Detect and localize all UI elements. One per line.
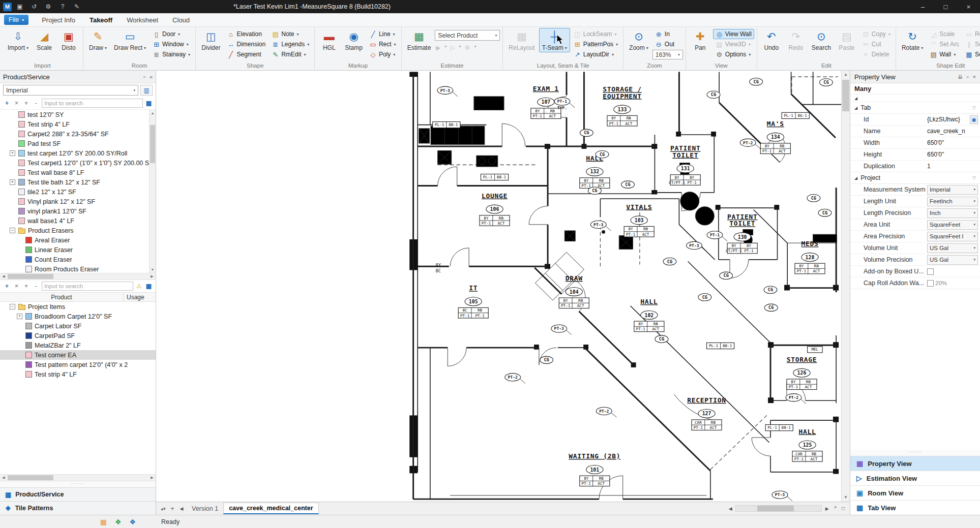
finish-tag[interactable]: PL-188-1	[481, 174, 508, 180]
remove-item-button[interactable]: ×	[13, 283, 20, 290]
ribbon-zoom-in-button[interactable]: ⊕In	[652, 29, 683, 39]
edit-pencil-icon[interactable]: ✎	[73, 3, 81, 10]
ribbon-cut-button[interactable]: ✂Cut	[859, 39, 893, 49]
finish-tag[interactable]: MEL	[808, 347, 823, 353]
float-panel-icon[interactable]: ▫	[143, 74, 145, 80]
ribbon-pan-button[interactable]: ✚Pan	[689, 28, 712, 52]
scroll-up-icon[interactable]: ▲	[150, 110, 156, 116]
ribbon-t-seam-button[interactable]: ┼T-Seam▾	[539, 28, 570, 52]
close-button[interactable]: ×	[957, 0, 980, 13]
ribbon-seam-button[interactable]: ∥Seam	[963, 39, 980, 49]
list-item-test-strip-4-lf[interactable]: Test strip 4" LF	[0, 369, 156, 379]
ribbon-patternpos-button[interactable]: ⊞PatternPos▾	[571, 39, 620, 49]
column-usage[interactable]: Usage	[123, 294, 156, 301]
ribbon-undo-button[interactable]: ↶Undo	[760, 28, 783, 52]
prop-group-project[interactable]: ◢Project▽	[850, 172, 980, 184]
tile-patterns-bar[interactable]: ❖ Tile Patterns	[0, 501, 156, 515]
tab-project-info[interactable]: Project Info	[35, 14, 82, 26]
ribbon-select-all-button[interactable]: ▦Select All	[963, 49, 980, 59]
expander-icon[interactable]: +	[17, 314, 22, 319]
ribbon-note-button[interactable]: ▤Note▾	[269, 29, 312, 39]
cg-marker[interactable]: CG	[596, 150, 609, 158]
list-item-broadloom-carpet-12-0-sf[interactable]: +Broadloom Carpet 12'0" SF	[0, 312, 156, 321]
ribbon-divider-button[interactable]: ◫Divider	[198, 28, 223, 52]
list-item-test-pattern-carpet-12-0-4-0-x-2[interactable]: Test pattern carpet 12'0" (4'0" x 2	[0, 360, 156, 369]
ribbon-view3d-button[interactable]: ▧View3D▾	[713, 39, 754, 49]
pt-marker-pt-3[interactable]: PT-3	[687, 241, 707, 252]
ribbon-legends-button[interactable]: ≣Legends▾	[269, 39, 312, 49]
remove-product-button[interactable]: ×	[13, 100, 20, 107]
ribbon-delete-button[interactable]: ×Delete	[859, 49, 893, 59]
pt-marker-pt-3[interactable]: PT-3	[551, 325, 572, 335]
undo-history-icon[interactable]: ↺	[30, 3, 38, 10]
drawing-canvas-area[interactable]: EXAM 11078YRBPT-1ACTSTORAGE /EQUIPMENT13…	[156, 71, 850, 515]
prop-add-on-by-boxed-u-checkbox[interactable]	[927, 268, 934, 275]
room-label-meds[interactable]: MEDS1288YRBPT-1ACT	[795, 240, 825, 273]
list-item-vinyl-plank1-12-0-sf[interactable]: vinyl plank1 12'0" SF	[0, 206, 156, 216]
panel-splitter[interactable]: ·····	[850, 450, 980, 456]
ribbon-paste-button[interactable]: ▤Paste	[835, 28, 858, 52]
collapse-all-button[interactable]: -	[32, 283, 40, 290]
cg-marker[interactable]: CG	[655, 335, 668, 343]
minimize-button[interactable]: –	[911, 0, 934, 13]
scroll-down-icon[interactable]: ▼	[842, 493, 850, 502]
ribbon-options-button[interactable]: ⚙Options▾	[713, 49, 754, 59]
finish-tag[interactable]: PL-188-1	[765, 425, 793, 431]
cg-marker[interactable]: CG	[663, 258, 676, 265]
zoom-level-combo[interactable]: 163%▾	[652, 50, 683, 59]
list-item-tile2-12-x-12-sf[interactable]: tile2 12" x 12" SF	[0, 187, 156, 197]
style-set-dropdown[interactable]: Imperial ▾	[3, 85, 138, 96]
list-item-count-eraser[interactable]: Count Eraser	[0, 255, 156, 264]
finish-tag[interactable]: PL-186-1	[782, 112, 809, 118]
cg-marker[interactable]: CG	[580, 129, 593, 137]
cg-marker[interactable]: CG	[764, 286, 777, 294]
room-label-reception[interactable]: RECEPTION127CARRBPT-1ACT	[687, 396, 726, 430]
project-tree-hscrollbar[interactable]: ◀▶	[0, 474, 156, 481]
room-label-lounge[interactable]: LOUNGE1068YRBPT-1ACT	[480, 192, 510, 226]
room-label-patient-toilet[interactable]: PATIENTTOILET1318Y8YCT/PT-1PT-1	[669, 145, 700, 185]
tab-takeoff[interactable]: Takeoff	[82, 14, 120, 26]
list-item-project-items[interactable]: −Project Items	[0, 302, 156, 312]
ribbon-redo-button[interactable]: ↷Redo	[784, 28, 808, 52]
maximize-button[interactable]: □	[934, 0, 957, 13]
product-search-input[interactable]	[42, 99, 143, 108]
product-list-hscrollbar[interactable]: ◀▶	[0, 273, 156, 280]
prop-length-precision-dropdown[interactable]: Inch▾	[927, 208, 978, 218]
edit-id-button[interactable]: ▣	[970, 115, 978, 124]
room-label-hall[interactable]: HALL1028YRBPT-1ACT	[634, 298, 664, 331]
room-label-storage-equipment[interactable]: STORAGE /EQUIPMENT1338YRBPT-1ACT	[603, 85, 642, 126]
scroll-right-icon[interactable]: ▶	[823, 505, 831, 512]
ribbon-copy-button[interactable]: ⊡Copy▾	[859, 29, 893, 39]
expander-icon[interactable]: +	[10, 179, 15, 185]
filter-icon[interactable]: ▽	[972, 105, 976, 110]
ribbon-rect-button[interactable]: ▭Rect▾	[367, 39, 399, 49]
ribbon-door-button[interactable]: ▯Door▾	[150, 29, 193, 39]
panel-splitter[interactable]: ·····	[0, 481, 156, 487]
ribbon-window-button[interactable]: ⊞Window▾	[150, 39, 193, 49]
ribbon-search-button[interactable]: ⊙Search	[809, 28, 834, 52]
ribbon-draw-button[interactable]: ✎Draw▾	[86, 28, 110, 52]
sheet-nav-split-icon[interactable]: ▴▾	[159, 505, 167, 512]
ribbon-import-button[interactable]: ⇩Import▾	[5, 28, 32, 52]
collapse-strip-icon[interactable]: ^	[832, 506, 839, 511]
expander-icon[interactable]: −	[10, 304, 15, 309]
ribbon-segment-button[interactable]: ╱Segment	[224, 49, 268, 59]
pt-marker-pt-1[interactable]: PT-1TYP.	[554, 98, 575, 110]
cg-marker[interactable]: CG	[698, 294, 711, 301]
catalog-icon[interactable]: ▥	[140, 85, 153, 96]
ribbon-draw-rect-button[interactable]: ▭Draw Rect▾	[111, 28, 149, 52]
ribbon-scale-button[interactable]: ◢Scale	[33, 28, 56, 52]
ribbon-wall-button[interactable]: ▤Wall▾	[927, 49, 962, 59]
ribbon-elevation-button[interactable]: ⌂Elevation	[224, 29, 268, 39]
cg-marker[interactable]: CG	[750, 78, 763, 86]
ribbon-poly-button[interactable]: ◇Poly▾	[367, 49, 399, 59]
expand-all-button[interactable]: +	[22, 100, 30, 107]
grid-view-icon[interactable]: ▦	[145, 100, 153, 107]
list-item-carpetpad-sf[interactable]: CarpetPad SF	[0, 331, 156, 340]
list-item-test-tile-bath-12-x-12-sf[interactable]: +Test tile bath 12" x 12" SF	[0, 177, 156, 187]
view-property-view[interactable]: ▦Property View	[850, 456, 980, 471]
ribbon-zoom-out-button[interactable]: ⊖Out	[652, 39, 683, 49]
settings-gear-icon[interactable]: ⚙	[44, 3, 52, 10]
estimate-gear-sm-icon[interactable]: ⚙	[465, 44, 470, 51]
prop-group-tab[interactable]: ◢Tab▽	[850, 102, 980, 114]
